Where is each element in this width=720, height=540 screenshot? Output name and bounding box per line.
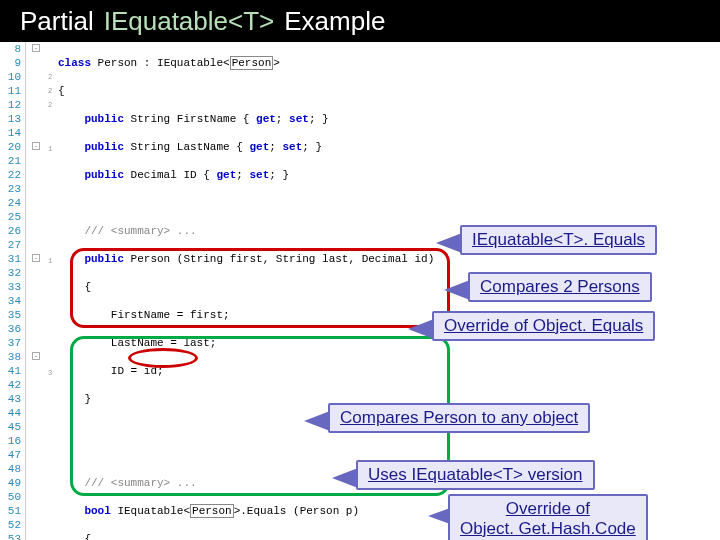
line-number: 44	[0, 406, 21, 420]
line-number: 23	[0, 182, 21, 196]
fold-level: 1	[48, 142, 52, 156]
callout-override-gethashcode: Override of Object. Get.Hash.Code	[448, 494, 648, 540]
callout-compares-any: Compares Person to any object	[328, 403, 590, 433]
line-number: 26	[0, 224, 21, 238]
line-number: 14	[0, 126, 21, 140]
line-number: 12	[0, 98, 21, 112]
code-line: class Person : IEquatable<Person>	[58, 56, 434, 70]
code-line: FirstName = first;	[58, 308, 434, 322]
code-line: ID = id;	[58, 364, 434, 378]
callout-line-1: Override of	[460, 499, 636, 519]
line-number: 43	[0, 392, 21, 406]
slide-title: Partial IEquatable<T> Example	[0, 0, 720, 42]
callout-uses-iequatable: Uses IEquatable<T> version	[356, 460, 595, 490]
fold-level: 3	[48, 366, 52, 380]
line-number: 8	[0, 42, 21, 56]
line-number: 45	[0, 420, 21, 434]
line-number: 38	[0, 350, 21, 364]
line-number: 51	[0, 504, 21, 518]
line-number: 52	[0, 518, 21, 532]
code-line: public String FirstName { get; set; }	[58, 112, 434, 126]
outline-toggle[interactable]: -	[32, 254, 40, 262]
callout-compares-persons: Compares 2 Persons	[468, 272, 652, 302]
line-number: 36	[0, 322, 21, 336]
line-number: 24	[0, 196, 21, 210]
line-number: 48	[0, 462, 21, 476]
code-line: LastName = last;	[58, 336, 434, 350]
callout-line-2: Object. Get.Hash.Code	[460, 519, 636, 539]
line-number: 34	[0, 294, 21, 308]
line-number: 33	[0, 280, 21, 294]
callout-override-object-equals: Override of Object. Equals	[432, 311, 655, 341]
line-number: 53	[0, 532, 21, 540]
fold-level: 2	[48, 70, 52, 84]
line-number: 11	[0, 84, 21, 98]
line-number: 16	[0, 434, 21, 448]
code-line: public Decimal ID { get; set; }	[58, 168, 434, 182]
line-number: 32	[0, 266, 21, 280]
code-line: public Person (String first, String last…	[58, 252, 434, 266]
code-line: {	[58, 84, 434, 98]
line-number-gutter: 8910111213142021222324252627313233343536…	[0, 42, 26, 540]
code-line: {	[58, 280, 434, 294]
fold-level: 2	[48, 98, 52, 112]
outline-toggle[interactable]: -	[32, 142, 40, 150]
fold-level: 1	[48, 254, 52, 268]
line-number: 27	[0, 238, 21, 252]
code-line	[58, 196, 434, 210]
code-line: /// <summary> ...	[58, 224, 434, 238]
line-number: 13	[0, 112, 21, 126]
code-line: {	[58, 532, 434, 540]
line-number: 41	[0, 364, 21, 378]
line-number: 31	[0, 252, 21, 266]
line-number: 35	[0, 308, 21, 322]
line-number: 25	[0, 210, 21, 224]
title-word-3: Example	[284, 6, 385, 37]
line-number: 22	[0, 168, 21, 182]
line-number: 21	[0, 154, 21, 168]
line-number: 20	[0, 140, 21, 154]
line-number: 49	[0, 476, 21, 490]
title-word-2: IEquatable<T>	[104, 6, 275, 37]
outline-toggle[interactable]: -	[32, 44, 40, 52]
fold-level: 2	[48, 84, 52, 98]
line-number: 37	[0, 336, 21, 350]
callout-iequatable-equals: IEquatable<T>. Equals	[460, 225, 657, 255]
code-line: bool IEquatable<Person>.Equals (Person p…	[58, 504, 434, 518]
line-number: 9	[0, 56, 21, 70]
line-number: 47	[0, 448, 21, 462]
outline-toggle[interactable]: -	[32, 352, 40, 360]
title-word-1: Partial	[20, 6, 94, 37]
line-number: 10	[0, 70, 21, 84]
line-number: 42	[0, 378, 21, 392]
line-number: 50	[0, 490, 21, 504]
code-line: public String LastName { get; set; }	[58, 140, 434, 154]
